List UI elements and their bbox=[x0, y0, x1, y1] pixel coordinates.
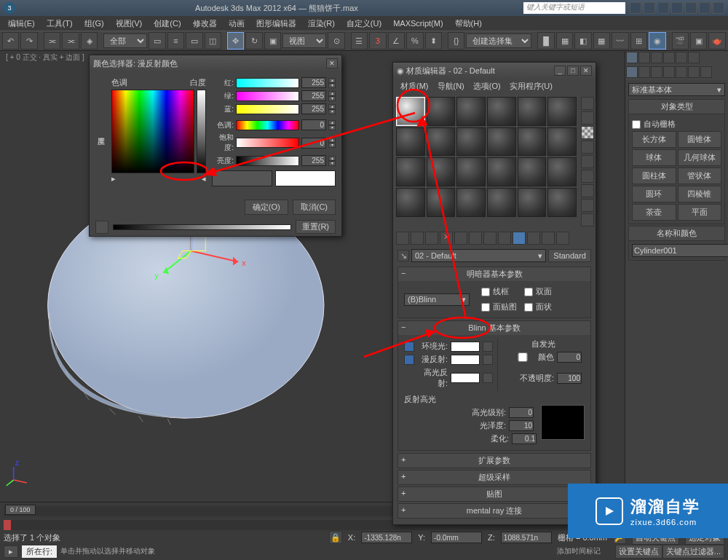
time-marker[interactable]: 0 / 100 bbox=[5, 505, 36, 515]
shapes-icon[interactable] bbox=[638, 66, 650, 78]
me-slot-18[interactable] bbox=[547, 157, 577, 186]
me-show-map-icon[interactable] bbox=[513, 232, 526, 245]
me-menu-nav[interactable]: 导航(N) bbox=[435, 80, 467, 92]
gloss-input[interactable] bbox=[509, 420, 534, 431]
me-menu-util[interactable]: 实用程序(U) bbox=[507, 80, 555, 92]
me-max-icon[interactable]: □ bbox=[567, 66, 579, 76]
motion-tab-icon[interactable] bbox=[663, 52, 675, 63]
cp-red-slider[interactable] bbox=[236, 78, 299, 88]
location-button[interactable]: 所在行: bbox=[21, 545, 58, 559]
material-editor-titlebar[interactable]: ◉ 材质编辑器 - 02 - Default _ □ ✕ bbox=[393, 63, 596, 79]
me-menu-material[interactable]: 材质(M) bbox=[397, 80, 432, 92]
layer-button[interactable]: ◧ bbox=[574, 32, 591, 50]
cp-close-icon[interactable]: ✕ bbox=[326, 58, 338, 68]
percent-snap-button[interactable]: % bbox=[406, 32, 423, 50]
menu-create[interactable]: 创建(C) bbox=[149, 17, 185, 31]
me-backlight-icon[interactable] bbox=[581, 111, 594, 125]
help-search-input[interactable]: 键入关键字或短语 bbox=[523, 2, 625, 14]
prim-teapot[interactable]: 茶壶 bbox=[632, 204, 676, 221]
me-pick-icon[interactable]: ↘ bbox=[397, 250, 409, 261]
cp-value-strip[interactable] bbox=[197, 90, 206, 173]
me-get-icon[interactable] bbox=[396, 232, 409, 245]
select-button[interactable]: ▭ bbox=[149, 32, 165, 50]
menu-edit[interactable]: 编辑(E) bbox=[4, 17, 39, 31]
cp-green-input[interactable] bbox=[301, 90, 326, 101]
render-frame-button[interactable]: ▣ bbox=[690, 32, 707, 50]
window-crossing-button[interactable]: ◫ bbox=[205, 32, 221, 50]
hierarchy-tab-icon[interactable] bbox=[651, 52, 662, 63]
menu-help[interactable]: 帮助(H) bbox=[451, 17, 486, 31]
soften-input[interactable] bbox=[512, 433, 537, 444]
me-slot-7[interactable] bbox=[396, 127, 425, 157]
cp-foot-slider[interactable] bbox=[113, 224, 291, 230]
selfillum-color-checkbox[interactable] bbox=[510, 352, 535, 362]
menu-animation[interactable]: 动画 bbox=[224, 17, 249, 31]
specular-swatch[interactable] bbox=[451, 373, 480, 383]
me-slot-14[interactable] bbox=[427, 157, 456, 186]
me-slot-24[interactable] bbox=[547, 188, 577, 217]
z-coord-input[interactable] bbox=[501, 532, 552, 543]
max-icon[interactable] bbox=[699, 2, 711, 14]
setkey-button[interactable]: 设置关键点 bbox=[615, 545, 662, 559]
me-sample-type-icon[interactable] bbox=[581, 97, 594, 110]
faceted-checkbox[interactable]: 面状 bbox=[524, 301, 552, 312]
spec-level-input[interactable] bbox=[509, 407, 534, 418]
wire-checkbox[interactable]: 线框 bbox=[481, 286, 517, 297]
me-slot-5[interactable] bbox=[518, 97, 547, 126]
redo-button[interactable]: ↷ bbox=[20, 32, 37, 50]
prim-cylinder[interactable]: 圆柱体 bbox=[632, 167, 676, 184]
prim-box[interactable]: 长方体 bbox=[632, 131, 676, 148]
material-editor-button[interactable]: ◉ bbox=[649, 32, 665, 50]
add-time-tag[interactable]: 添加时间标记 bbox=[557, 546, 601, 556]
me-slot-16[interactable] bbox=[487, 157, 516, 186]
maxscript-mini-button[interactable]: ▸ bbox=[4, 545, 18, 558]
shader-select[interactable]: (B)Blinn▾ bbox=[404, 293, 470, 306]
me-put-scene-icon[interactable] bbox=[411, 232, 424, 245]
create-tab-icon[interactable] bbox=[626, 52, 638, 63]
me-slot-20[interactable] bbox=[427, 188, 456, 217]
prim-plane[interactable]: 平面 bbox=[678, 204, 722, 221]
lock-icon[interactable]: 🔒 bbox=[329, 531, 342, 544]
prim-pyramid[interactable]: 四棱锥 bbox=[678, 186, 722, 202]
prim-sphere[interactable]: 球体 bbox=[632, 149, 676, 166]
me-show-end-icon[interactable] bbox=[527, 232, 540, 245]
me-slot-10[interactable] bbox=[487, 127, 516, 157]
mirror-button[interactable]: ▐▌ bbox=[537, 32, 554, 50]
me-copy-icon[interactable] bbox=[454, 232, 467, 245]
me-effects-icon[interactable] bbox=[498, 232, 511, 245]
autogrid-checkbox[interactable]: 自动栅格 bbox=[632, 119, 721, 130]
y-coord-input[interactable] bbox=[431, 532, 482, 543]
supersampling-rollout[interactable]: +超级采样 bbox=[397, 470, 591, 485]
rotate-button[interactable]: ↻ bbox=[245, 32, 262, 50]
menu-grapheditors[interactable]: 图形编辑器 bbox=[252, 17, 301, 31]
geometry-icon[interactable] bbox=[626, 66, 638, 78]
selfillum-input[interactable] bbox=[557, 352, 582, 363]
cp-hue-slider[interactable] bbox=[236, 120, 299, 130]
me-slot-9[interactable] bbox=[456, 127, 486, 157]
search-icon[interactable] bbox=[630, 2, 641, 14]
cameras-icon[interactable] bbox=[663, 66, 675, 78]
me-video-check-icon[interactable] bbox=[581, 155, 594, 168]
prim-geosphere[interactable]: 几何球体 bbox=[678, 149, 722, 166]
me-slot-8[interactable] bbox=[427, 127, 456, 157]
me-background-icon[interactable] bbox=[581, 126, 594, 139]
opacity-input[interactable] bbox=[557, 373, 582, 384]
link-button[interactable]: ⫘ bbox=[44, 32, 60, 50]
prim-torus[interactable]: 圆环 bbox=[632, 186, 676, 202]
me-menu-options[interactable]: 选项(O) bbox=[470, 80, 504, 92]
menu-modifiers[interactable]: 修改器 bbox=[189, 17, 221, 31]
angle-snap-button[interactable]: ∠ bbox=[388, 32, 405, 50]
me-slot-22[interactable] bbox=[487, 188, 516, 217]
me-slot-2[interactable] bbox=[427, 97, 456, 126]
cp-val-slider[interactable] bbox=[236, 156, 299, 166]
me-min-icon[interactable]: _ bbox=[554, 66, 566, 76]
prim-cone[interactable]: 圆锥体 bbox=[678, 131, 722, 148]
cp-red-input[interactable] bbox=[301, 77, 326, 88]
me-make-unique-icon[interactable] bbox=[469, 232, 482, 245]
cp-blue-input[interactable] bbox=[301, 103, 326, 114]
graphite-button[interactable]: ▦ bbox=[593, 32, 610, 50]
me-slot-17[interactable] bbox=[518, 157, 547, 186]
render-setup-button[interactable]: 🎬 bbox=[672, 32, 689, 50]
cp-gradient-field[interactable] bbox=[111, 90, 194, 173]
me-options-icon[interactable] bbox=[581, 184, 594, 197]
